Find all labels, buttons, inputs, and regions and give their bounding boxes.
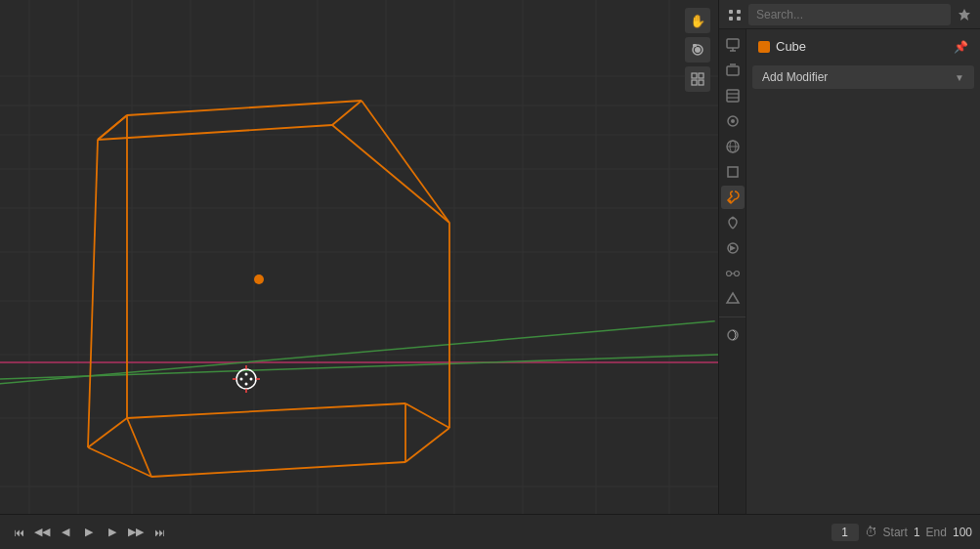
jump-start-btn[interactable]: ⏮ <box>8 522 29 543</box>
properties-content: Cube 📌 Add Modifier ▼ <box>746 29 980 514</box>
properties-tabs <box>719 29 746 514</box>
timeline-controls: ⏮ ◀◀ ◀ ▶ ▶ ▶▶ ⏭ <box>8 522 170 543</box>
step-fwd-btn[interactable]: ▶ <box>102 522 123 543</box>
svg-point-52 <box>245 383 248 386</box>
tab-scene[interactable] <box>721 109 745 133</box>
svg-rect-56 <box>692 73 697 78</box>
svg-rect-67 <box>727 66 739 75</box>
viewport-tools: ✋ <box>685 8 710 92</box>
svg-point-79 <box>731 217 734 220</box>
tab-data[interactable] <box>721 287 745 311</box>
properties-menu-icon[interactable] <box>725 5 745 24</box>
svg-point-43 <box>254 274 264 284</box>
object-pin-icon[interactable]: 📌 <box>954 40 968 54</box>
svg-rect-59 <box>699 80 703 85</box>
svg-point-53 <box>695 47 701 53</box>
object-color-indicator <box>758 41 770 53</box>
svg-point-78 <box>728 200 731 203</box>
camera-tool-btn[interactable] <box>685 37 710 63</box>
next-keyframe-btn[interactable]: ▶▶ <box>125 522 147 543</box>
clock-icon: ⏱ <box>865 525 877 539</box>
tab-object[interactable] <box>721 160 745 184</box>
svg-rect-57 <box>699 73 703 78</box>
properties-pin-btn[interactable] <box>955 5 974 24</box>
svg-rect-63 <box>737 17 741 21</box>
svg-rect-58 <box>692 80 697 85</box>
step-back-btn[interactable]: ◀ <box>55 522 76 543</box>
object-name-label: Cube <box>776 39 948 54</box>
svg-rect-62 <box>729 17 733 21</box>
svg-point-82 <box>734 272 739 276</box>
viewport[interactable]: ✋ <box>0 0 718 514</box>
properties-panel: Cube 📌 Add Modifier ▼ <box>718 0 980 514</box>
tab-particles[interactable] <box>721 211 745 234</box>
tab-view-layer[interactable] <box>721 84 745 107</box>
current-frame-value[interactable]: 1 <box>831 524 859 541</box>
svg-rect-55 <box>693 44 697 47</box>
main-area: ✋ <box>0 0 980 514</box>
svg-rect-77 <box>728 167 738 177</box>
tab-material[interactable] <box>721 323 745 347</box>
tab-constraints[interactable] <box>721 262 745 285</box>
play-btn[interactable]: ▶ <box>78 522 100 543</box>
hand-tool-btn[interactable]: ✋ <box>685 8 710 33</box>
viewport-grid <box>0 0 718 514</box>
svg-point-81 <box>726 272 731 276</box>
start-value[interactable]: 1 <box>914 526 920 539</box>
svg-rect-69 <box>727 90 739 102</box>
svg-rect-0 <box>0 0 718 514</box>
end-label: End <box>926 526 947 539</box>
svg-point-73 <box>731 119 735 123</box>
tab-render[interactable] <box>721 33 745 57</box>
object-name-row: Cube 📌 <box>752 35 974 58</box>
svg-rect-61 <box>737 10 741 14</box>
tab-world[interactable] <box>721 135 745 158</box>
properties-tabs-area: Cube 📌 Add Modifier ▼ <box>719 29 980 514</box>
svg-point-51 <box>245 373 248 376</box>
start-label: Start <box>883 526 908 539</box>
tab-output[interactable] <box>721 59 745 82</box>
jump-end-btn[interactable]: ⏭ <box>149 522 170 543</box>
timeline-bar: ⏮ ◀◀ ◀ ▶ ▶ ▶▶ ⏭ 1 ⏱ Start 1 End 100 <box>0 514 980 549</box>
frame-section: 1 ⏱ Start 1 End 100 <box>831 524 972 541</box>
svg-rect-64 <box>727 39 739 48</box>
add-modifier-button[interactable]: Add Modifier ▼ <box>752 65 974 89</box>
end-value[interactable]: 100 <box>953 526 972 539</box>
prev-keyframe-btn[interactable]: ◀◀ <box>31 522 53 543</box>
dropdown-arrow-icon: ▼ <box>955 72 964 83</box>
svg-point-49 <box>240 378 243 381</box>
svg-rect-60 <box>729 10 733 14</box>
properties-search-input[interactable] <box>748 4 951 25</box>
tab-modifier[interactable] <box>721 186 745 209</box>
overlay-btn[interactable] <box>685 66 710 92</box>
tab-physics[interactable] <box>721 236 745 260</box>
svg-point-50 <box>250 378 253 381</box>
add-modifier-label: Add Modifier <box>762 70 828 84</box>
properties-header <box>719 0 980 29</box>
